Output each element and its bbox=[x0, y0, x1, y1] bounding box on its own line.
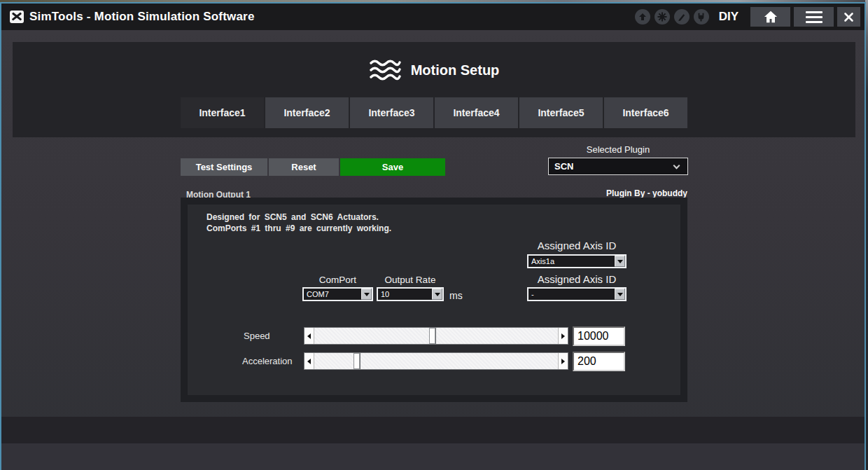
output-rate-label: Output Rate bbox=[377, 275, 444, 285]
speed-label: Speed bbox=[244, 331, 270, 341]
speed-input[interactable] bbox=[573, 326, 625, 346]
selected-plugin-label: Selected Plugin bbox=[548, 144, 688, 155]
triangle-left-icon bbox=[307, 333, 311, 339]
triangle-down-icon bbox=[364, 293, 370, 296]
motion-output-panel: Designed for SCN5 and SCN6 Actuators. Co… bbox=[181, 198, 687, 402]
dropdown-arrow-button[interactable] bbox=[613, 256, 625, 267]
test-settings-button[interactable]: Test Settings bbox=[181, 158, 267, 176]
screen: SimTools - Motion Simulation Software bbox=[0, 0, 868, 470]
workspace: Motion Setup Interface1 Interface2 Inter… bbox=[1, 30, 864, 443]
reset-button[interactable]: Reset bbox=[269, 158, 339, 176]
motion-setup-panel: Motion Setup Interface1 Interface2 Inter… bbox=[13, 42, 855, 137]
interface-tabs: Interface1 Interface2 Interface3 Interfa… bbox=[181, 97, 687, 128]
output-rate-dropdown[interactable]: 10 bbox=[377, 287, 444, 301]
burst-icon[interactable] bbox=[654, 9, 670, 25]
selected-plugin-dropdown[interactable]: SCN bbox=[548, 158, 688, 175]
tab-interface2[interactable]: Interface2 bbox=[265, 97, 349, 128]
triangle-down-icon bbox=[435, 293, 440, 296]
triangle-right-icon bbox=[561, 333, 565, 339]
window-footer bbox=[1, 417, 864, 443]
slider-right-arrow-button[interactable] bbox=[558, 353, 568, 369]
home-button[interactable] bbox=[750, 7, 790, 27]
save-button[interactable]: Save bbox=[340, 158, 445, 176]
acceleration-slider-thumb[interactable] bbox=[354, 353, 360, 369]
dropdown-arrow-button[interactable] bbox=[430, 289, 442, 300]
plugin-notes: Designed for SCN5 and SCN6 Actuators. Co… bbox=[206, 212, 391, 234]
comport-dropdown[interactable]: COM7 bbox=[302, 287, 373, 301]
plugin-note-line2: ComPorts #1 thru #9 are currently workin… bbox=[206, 223, 391, 234]
plugin-credit: Plugin By - yobuddy bbox=[512, 188, 687, 198]
comport-label: ComPort bbox=[302, 275, 373, 285]
speed-slider-track[interactable] bbox=[314, 328, 558, 344]
tab-interface5[interactable]: Interface5 bbox=[519, 97, 603, 128]
slider-left-arrow-button[interactable] bbox=[304, 328, 314, 344]
output-rate-value: 10 bbox=[378, 289, 430, 300]
dropdown-arrow-button[interactable] bbox=[613, 289, 625, 300]
triangle-down-icon bbox=[617, 293, 623, 296]
hamburger-icon bbox=[806, 11, 822, 23]
acceleration-slider[interactable] bbox=[304, 352, 568, 370]
upload-icon[interactable] bbox=[635, 9, 650, 25]
slider-left-arrow-button[interactable] bbox=[304, 353, 314, 369]
dropdown-arrow-button[interactable] bbox=[360, 289, 372, 300]
motion-setup-header: Motion Setup bbox=[13, 59, 855, 81]
page-title: Motion Setup bbox=[411, 62, 500, 78]
acceleration-label: Acceleration bbox=[242, 356, 293, 366]
assigned-axis-id-1-value: Axis1a bbox=[528, 256, 613, 267]
diy-label: DIY bbox=[719, 10, 738, 24]
tab-interface6[interactable]: Interface6 bbox=[604, 97, 687, 128]
titlebar-right-cluster: DIY bbox=[631, 4, 860, 30]
triangle-left-icon bbox=[307, 359, 311, 364]
speed-slider[interactable] bbox=[304, 327, 568, 345]
titlebar: SimTools - Motion Simulation Software bbox=[1, 4, 864, 30]
plugin-note-line1: Designed for SCN5 and SCN6 Actuators. bbox=[206, 212, 391, 223]
slider-right-arrow-button[interactable] bbox=[558, 328, 568, 344]
tab-interface1[interactable]: Interface1 bbox=[181, 97, 264, 128]
triangle-down-icon bbox=[617, 260, 623, 263]
waves-icon bbox=[369, 59, 401, 81]
assigned-axis-id-2-dropdown[interactable]: - bbox=[527, 287, 626, 301]
assigned-axis-id-2-label: Assigned Axis ID bbox=[527, 273, 626, 285]
speed-slider-thumb[interactable] bbox=[429, 328, 435, 344]
tab-interface3[interactable]: Interface3 bbox=[350, 97, 433, 128]
close-button[interactable] bbox=[837, 7, 860, 27]
simtools-logo-icon bbox=[10, 11, 24, 23]
chevron-down-icon bbox=[673, 162, 680, 169]
plug-icon[interactable] bbox=[694, 9, 709, 25]
window-title: SimTools - Motion Simulation Software bbox=[29, 10, 255, 24]
hamburger-menu-button[interactable] bbox=[794, 7, 834, 27]
tab-interface4[interactable]: Interface4 bbox=[435, 97, 518, 128]
selected-plugin-value: SCN bbox=[549, 161, 674, 172]
ms-unit-label: ms bbox=[449, 290, 463, 301]
assigned-axis-id-1-label: Assigned Axis ID bbox=[527, 240, 626, 251]
assigned-axis-id-2-value: - bbox=[528, 289, 613, 300]
edit-pencil-icon[interactable] bbox=[674, 9, 690, 25]
assigned-axis-id-1-dropdown[interactable]: Axis1a bbox=[527, 254, 626, 268]
acceleration-slider-track[interactable] bbox=[314, 353, 558, 369]
comport-value: COM7 bbox=[304, 289, 360, 300]
acceleration-input[interactable] bbox=[573, 352, 625, 371]
simtools-window: SimTools - Motion Simulation Software bbox=[0, 2, 866, 470]
triangle-right-icon bbox=[561, 359, 565, 364]
